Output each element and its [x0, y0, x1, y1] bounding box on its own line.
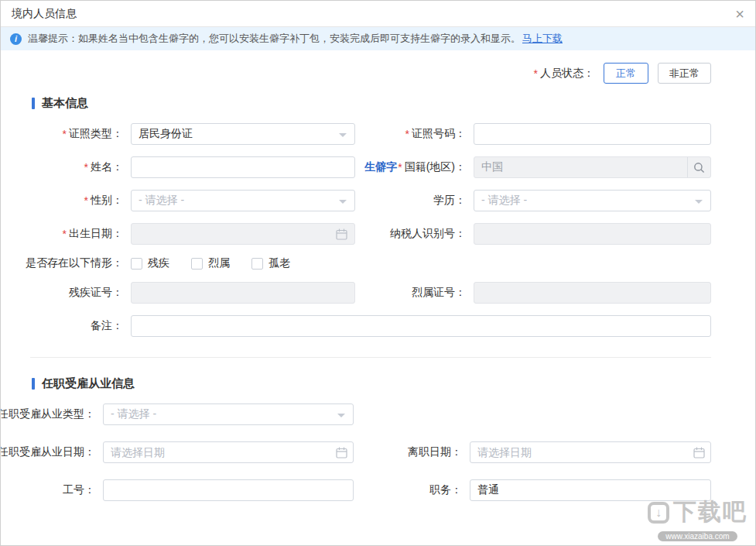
dialog-title: 境内人员信息: [12, 7, 77, 21]
watermark: ↓ 下载吧 www.xiazaiba.com: [648, 496, 747, 542]
disability-no-label: 残疾证号：: [1, 286, 131, 300]
lonely-elderly-checkbox[interactable]: [251, 258, 263, 270]
personnel-status-label: 人员状态：: [540, 67, 594, 81]
employment-date-label: * 任职受雇从业日期：: [1, 445, 103, 459]
nationality-search-button[interactable]: [687, 157, 710, 177]
disability-checkbox-item[interactable]: 残疾: [131, 256, 169, 270]
row-employment-type: * 任职受雇从业类型： - 请选择 -: [1, 403, 711, 425]
education-placeholder: - 请选择 -: [481, 194, 527, 208]
tax-id-label-text: 纳税人识别号：: [390, 227, 466, 241]
cert-no-label: * 证照号码：: [355, 127, 474, 141]
work-no-label-text: 工号：: [63, 483, 95, 497]
watermark-url: www.xiazaiba.com: [658, 531, 737, 541]
required-mark: *: [63, 128, 67, 140]
row-cert-numbers: 残疾证号： 烈属证号：: [1, 282, 711, 304]
cert-no-input[interactable]: [474, 123, 711, 145]
section-divider: [30, 357, 711, 358]
search-icon: [693, 162, 705, 173]
education-label: 学历：: [355, 194, 474, 208]
required-mark: *: [63, 228, 67, 240]
basic-info-section-title: 基本信息: [32, 96, 711, 111]
work-no-label: 工号：: [1, 483, 103, 497]
employment-title-text: 任职受雇从业信息: [42, 376, 135, 391]
cert-no-label-text: 证照号码：: [412, 127, 466, 141]
employment-type-label-text: 任职受雇从业类型：: [0, 407, 95, 421]
birth-date-label: * 出生日期：: [1, 227, 131, 241]
leave-date-label: 离职日期：: [354, 445, 470, 459]
chevron-down-icon: [695, 200, 703, 204]
name-label-text: 姓名：: [91, 160, 123, 174]
employment-date-label-text: 任职受雇从业日期：: [0, 445, 95, 459]
leave-date-label-text: 离职日期：: [408, 445, 462, 459]
required-mark: *: [405, 128, 409, 140]
employment-type-placeholder: - 请选择 -: [111, 407, 156, 421]
disability-checkbox-label: 残疾: [148, 256, 169, 270]
status-normal-button[interactable]: 正常: [604, 63, 648, 84]
martyr-no-label-text: 烈属证号：: [412, 286, 466, 300]
row-employment-dates: * 任职受雇从业日期： 离职日期：: [1, 441, 711, 463]
disability-no-field: [131, 282, 355, 304]
name-input[interactable]: [131, 156, 355, 178]
work-no-input[interactable]: [103, 479, 354, 501]
birth-date-label-text: 出生日期：: [69, 227, 123, 241]
required-mark: *: [84, 161, 88, 173]
employment-type-label: * 任职受雇从业类型：: [1, 407, 103, 421]
martyr-no-field: [474, 282, 711, 304]
gender-label: * 性别：: [1, 194, 131, 208]
section-bar: [32, 378, 35, 390]
position-label-text: 职务：: [429, 483, 462, 497]
martyr-checkbox-label: 烈属: [208, 256, 230, 270]
row-gender-education: * 性别： - 请选择 - 学历： - 请选择 -: [1, 190, 711, 211]
row-remark: 备注：: [1, 315, 711, 337]
education-label-text: 学历：: [433, 194, 466, 208]
leave-date-input[interactable]: [470, 441, 711, 463]
personnel-status-row: * 人员状态： 正常 非正常: [1, 63, 711, 84]
calendar-icon: [336, 228, 347, 240]
martyr-no-label: 烈属证号：: [355, 286, 474, 300]
employment-type-select[interactable]: - 请选择 -: [103, 403, 354, 425]
tax-id-label: 纳税人识别号：: [355, 227, 474, 241]
tax-id-field: [474, 223, 711, 245]
tip-banner: i 温馨提示：如果姓名当中包含生僻字的，您可以安装生僻字补丁包，安装完成后即可支…: [1, 27, 755, 50]
nationality-value: 中国: [481, 160, 503, 174]
lonely-elderly-checkbox-label: 孤老: [269, 256, 290, 270]
situation-label: 是否存在以下情形：: [1, 256, 131, 270]
watermark-top: ↓ 下载吧: [648, 496, 747, 528]
disability-checkbox[interactable]: [131, 258, 142, 270]
cert-type-select[interactable]: 居民身份证: [131, 123, 355, 145]
status-abnormal-button[interactable]: 非正常: [658, 63, 711, 84]
employment-section-title: 任职受雇从业信息: [32, 376, 711, 391]
martyr-checkbox[interactable]: [191, 258, 203, 270]
row-workno-position: 工号： 职务：: [1, 479, 711, 501]
gender-label-text: 性别：: [91, 194, 123, 208]
lonely-elderly-checkbox-item[interactable]: 孤老: [251, 256, 290, 270]
education-select[interactable]: - 请选择 -: [474, 190, 711, 211]
dialog-content: * 人员状态： 正常 非正常 基本信息 * 证照类型： 居民身份证 *: [1, 63, 755, 501]
situation-label-text: 是否存在以下情形：: [26, 256, 123, 270]
row-birth-taxid: * 出生日期： 纳税人识别号：: [1, 223, 711, 245]
name-label: * 姓名：: [1, 160, 131, 174]
chevron-down-icon: [337, 414, 345, 417]
nationality-label-text: 国籍(地区)：: [405, 160, 466, 174]
gender-placeholder: - 请选择 -: [139, 194, 184, 208]
rare-character-link[interactable]: 生僻字: [364, 160, 397, 174]
required-mark: *: [398, 161, 402, 173]
remark-input[interactable]: [131, 315, 711, 337]
disability-no-label-text: 残疾证号：: [69, 286, 123, 300]
required-mark: *: [534, 67, 538, 80]
close-icon[interactable]: ×: [735, 6, 744, 22]
remark-label: 备注：: [1, 319, 131, 333]
martyr-checkbox-item[interactable]: 烈属: [191, 256, 230, 270]
download-patch-link[interactable]: 马上下载: [522, 32, 563, 46]
cert-type-label: * 证照类型：: [1, 127, 131, 141]
row-cert: * 证照类型： 居民身份证 * 证照号码：: [1, 123, 711, 145]
remark-label-text: 备注：: [91, 319, 123, 333]
birth-date-field: [131, 223, 355, 245]
employment-date-input[interactable]: [103, 441, 354, 463]
chevron-down-icon: [339, 200, 347, 204]
tip-text: 温馨提示：如果姓名当中包含生僻字的，您可以安装生僻字补丁包，安装完成后即可支持生…: [28, 32, 521, 46]
row-situations: 是否存在以下情形： 残疾 烈属 孤老: [1, 256, 711, 270]
watermark-title: 下载吧: [673, 496, 747, 528]
xiazaiba-logo-icon: ↓: [648, 502, 669, 524]
gender-select[interactable]: - 请选择 -: [131, 190, 355, 211]
